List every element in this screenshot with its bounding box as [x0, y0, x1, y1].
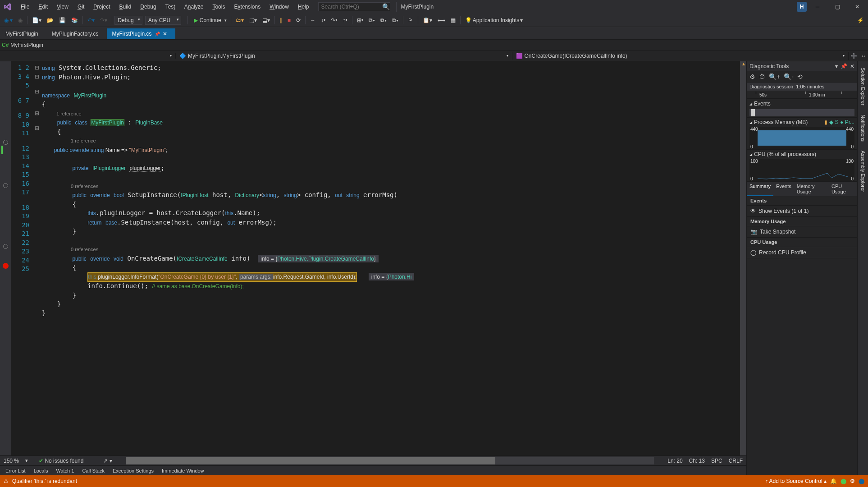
vertical-scrollbar[interactable]: ▲: [740, 61, 746, 455]
search-icon[interactable]: 🔍: [382, 3, 390, 10]
step-next-button[interactable]: →: [308, 16, 318, 25]
zoom-level[interactable]: 150 %: [4, 458, 19, 464]
tb-d[interactable]: ⊞•: [355, 16, 365, 25]
diag-timeline[interactable]: 50s 1:00min: [747, 91, 857, 99]
menu-tools[interactable]: Tools: [209, 2, 228, 12]
codelens-ref[interactable]: 1 reference: [42, 138, 96, 143]
tb-h[interactable]: 📋▾: [420, 16, 434, 25]
menu-view[interactable]: View: [53, 2, 72, 12]
split-icon[interactable]: ↔: [859, 53, 868, 59]
minimize-button[interactable]: ─: [809, 0, 827, 14]
horizontal-scrollbar[interactable]: [126, 457, 654, 464]
nav-hint-icon[interactable]: ↗ ▾: [103, 458, 112, 464]
tab-call-stack[interactable]: Call Stack: [78, 467, 108, 475]
events-bar[interactable]: [749, 109, 854, 116]
menu-test[interactable]: Test: [162, 2, 179, 12]
tab-myfirstplugin-cs[interactable]: MyFirstPlugin.cs 📌 ✕: [107, 28, 175, 39]
code-editor[interactable]: 1 2 3 4 5 6 7 8 9 10 11 12 13 14 15 16 1…: [0, 61, 746, 455]
diag-title-bar[interactable]: Diagnostic Tools ▾📌✕: [747, 61, 857, 71]
codelens-ref[interactable]: 0 references: [42, 184, 98, 189]
bookmark-button[interactable]: 🏳: [406, 16, 416, 25]
tab-watch1[interactable]: Watch 1: [52, 467, 78, 475]
tb-j[interactable]: ▦: [448, 16, 458, 25]
save-button[interactable]: 💾: [57, 16, 68, 25]
step-into-button[interactable]: ↓•: [319, 16, 328, 25]
tb-g[interactable]: ⧉▾: [390, 16, 401, 25]
pin-icon[interactable]: 📌: [841, 63, 847, 69]
gear-icon[interactable]: ⚙: [749, 73, 755, 80]
solution-explorer-tab[interactable]: Solution Explorer: [859, 63, 868, 110]
user-avatar[interactable]: H: [797, 2, 807, 12]
project-name[interactable]: MyFirstPlugin: [10, 42, 43, 48]
save-all-button[interactable]: 📚: [69, 16, 80, 25]
take-snapshot-button[interactable]: 📷Take Snapshot: [747, 226, 857, 238]
extras-b-icon[interactable]: ⬤: [841, 478, 846, 484]
add-source-control-button[interactable]: ↑ Add to Source Control ▴: [765, 478, 827, 484]
restart-button[interactable]: ⟳: [294, 16, 303, 25]
menu-help[interactable]: Help: [294, 2, 313, 12]
memory-chart[interactable]: 440 440 0 0: [749, 127, 854, 149]
zoom-out-icon[interactable]: 🔍-: [784, 73, 794, 80]
menu-debug[interactable]: Debug: [137, 2, 160, 12]
tb-i[interactable]: ⟷: [435, 16, 448, 25]
menu-project[interactable]: Project: [90, 2, 114, 12]
tab-mypluginfactory[interactable]: MyPluginFactory.cs: [46, 28, 107, 39]
tb-c[interactable]: ⬓▾: [260, 16, 272, 25]
code-content[interactable]: using System.Collections.Generic; using …: [40, 61, 746, 455]
extras-a-icon[interactable]: 🔔: [830, 478, 837, 484]
tb-e[interactable]: ⧉▾: [366, 16, 377, 25]
breakpoint-gutter[interactable]: [0, 61, 11, 455]
codelens-ref[interactable]: 0 references: [42, 247, 98, 252]
cpu-chart[interactable]: 100 100 0 0: [749, 159, 854, 181]
class-dropdown[interactable]: [0, 53, 176, 59]
tb-f[interactable]: ⧉▾: [378, 16, 389, 25]
config-dropdown[interactable]: Debug: [114, 16, 142, 25]
menu-analyze[interactable]: Analyze: [181, 2, 207, 12]
assembly-explorer-tab[interactable]: Assembly Explorer: [859, 146, 868, 197]
open-button[interactable]: 📂: [45, 16, 56, 25]
nav-fwd-button[interactable]: ◉: [16, 16, 25, 25]
member-dropdown[interactable]: 🟪OnCreateGame(ICreateGameCallInfo info): [512, 52, 849, 60]
nav-back-button[interactable]: ◉ ▾: [2, 16, 15, 25]
diag-tab-events[interactable]: Events: [773, 182, 794, 196]
bp-empty-icon[interactable]: [3, 244, 8, 249]
bp-empty-icon[interactable]: [3, 183, 8, 188]
tb-b[interactable]: ⬚▾: [247, 16, 259, 25]
notifications-tab[interactable]: Notifications: [859, 110, 868, 146]
tb-a[interactable]: 🗂▾: [233, 16, 246, 25]
close-tab-icon[interactable]: ✕: [163, 31, 167, 37]
menu-file[interactable]: File: [17, 2, 33, 12]
record-cpu-button[interactable]: ◯Record CPU Profile: [747, 247, 857, 258]
tab-error-list[interactable]: Error List: [2, 467, 29, 475]
close-icon[interactable]: ✕: [850, 63, 854, 69]
status-message[interactable]: Qualifier 'this.' is redundant: [12, 478, 77, 484]
diag-tab-memory[interactable]: Memory Usage: [794, 182, 829, 196]
zoom-in-icon[interactable]: 🔍+: [769, 73, 780, 80]
tab-exception-settings[interactable]: Exception Settings: [109, 467, 157, 475]
diag-cpu-header[interactable]: ◢CPU (% of all processors): [747, 149, 857, 159]
codelens-ref[interactable]: 1 reference: [42, 111, 82, 116]
diag-memory-header[interactable]: ◢Process Memory (MB)▮◆ S ● Pr...: [747, 117, 857, 127]
tab-immediate[interactable]: Immediate Window: [158, 467, 208, 475]
tab-locals[interactable]: Locals: [30, 467, 52, 475]
fold-gutter[interactable]: ⊟ ⊟ ⊟ ⊟ ⊟: [34, 61, 40, 455]
step-over-button[interactable]: ↷•: [329, 16, 339, 25]
diag-tab-summary[interactable]: Summary: [747, 182, 773, 196]
menu-window[interactable]: Window: [266, 2, 292, 12]
menu-edit[interactable]: Edit: [35, 2, 51, 12]
search-input[interactable]: [318, 2, 390, 11]
redo-button[interactable]: ↷▾: [98, 16, 110, 25]
extras-d-icon[interactable]: ⬤: [859, 478, 864, 484]
undo-button[interactable]: ↶▾: [85, 16, 97, 25]
menu-git[interactable]: Git: [74, 2, 88, 12]
menu-build[interactable]: Build: [116, 2, 135, 12]
platform-dropdown[interactable]: Any CPU: [145, 16, 181, 25]
diag-events-header[interactable]: ◢Events: [747, 99, 857, 108]
bp-empty-icon[interactable]: [3, 140, 8, 145]
new-file-button[interactable]: 📄▾: [30, 16, 44, 25]
stop-button[interactable]: ■: [285, 16, 293, 25]
maximize-button[interactable]: ▢: [828, 0, 846, 14]
show-events-button[interactable]: 👁Show Events (1 of 1): [747, 206, 857, 217]
dropdown-icon[interactable]: ▾: [835, 63, 838, 69]
extras-c-icon[interactable]: ⚙: [850, 478, 855, 484]
